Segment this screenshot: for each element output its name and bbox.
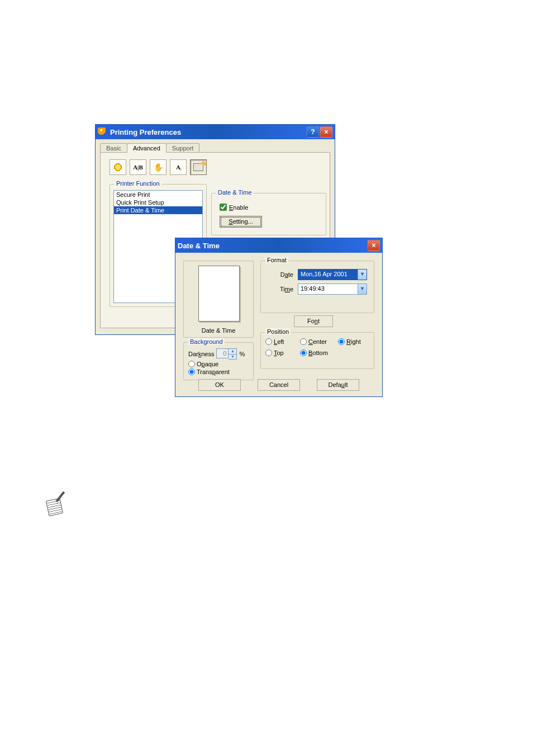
prefs-tabs: Basic Advanced Support <box>96 139 335 152</box>
date-time-group: Date & Time Enable Setting... <box>211 193 326 235</box>
help-button[interactable]: ? <box>307 126 319 138</box>
tab-advanced[interactable]: Advanced <box>127 143 166 153</box>
time-combo[interactable]: 19:49:43 ▼ <box>298 284 367 295</box>
time-label: Time <box>277 286 293 292</box>
preview-box: Date & Time <box>183 261 254 338</box>
darkness-spinner[interactable]: ▲ ▼ <box>229 348 237 360</box>
chevron-down-icon[interactable]: ▼ <box>358 284 367 294</box>
transparent-radio[interactable]: Transparent <box>188 368 230 375</box>
ok-button[interactable]: OK <box>198 379 241 391</box>
transparent-radio-input[interactable] <box>188 368 195 375</box>
darkness-label: Darkness <box>188 351 214 357</box>
dt-close-button[interactable]: × <box>368 240 380 251</box>
opaque-label: Opaque <box>197 361 218 367</box>
cancel-button[interactable]: Cancel <box>258 379 300 391</box>
format-group: Format Date Mon,16 Apr 2001 ▼ Time 19:49… <box>260 261 374 313</box>
opaque-radio[interactable]: Opaque <box>188 361 230 367</box>
chevron-up-icon[interactable]: ▲ <box>229 349 236 354</box>
tab-support[interactable]: Support <box>166 143 200 153</box>
time-value: 19:49:43 <box>298 284 358 294</box>
date-time-group-label: Date & Time <box>216 189 254 196</box>
device-options-icon[interactable] <box>190 159 207 175</box>
list-item[interactable]: Print Date & Time <box>114 206 202 214</box>
background-group: Background Darkness 0 ▲ ▼ % Opaque <box>183 342 254 380</box>
left-radio-input[interactable] <box>265 338 272 345</box>
date-label: Date <box>277 271 293 278</box>
default-button[interactable]: Default <box>317 379 359 391</box>
enable-checkbox-input[interactable] <box>220 204 227 211</box>
dt-titlebar: Date & Time × <box>175 238 382 253</box>
list-item[interactable]: Quick Print Setup <box>114 199 202 206</box>
tab-basic[interactable]: Basic <box>100 143 127 153</box>
darkness-input[interactable]: 0 <box>216 348 229 358</box>
app-icon <box>98 127 107 136</box>
left-radio[interactable]: Left <box>265 338 300 345</box>
setting-button[interactable]: Setting... <box>220 216 262 228</box>
advanced-toolbar: A|B ✋ A <box>110 159 207 175</box>
top-radio-input[interactable] <box>265 349 272 356</box>
right-radio-input[interactable] <box>338 338 345 345</box>
top-radio[interactable]: Top <box>265 349 300 356</box>
note-icon <box>46 497 68 519</box>
background-group-label: Background <box>188 338 225 345</box>
format-group-label: Format <box>265 257 288 263</box>
chevron-down-icon[interactable]: ▼ <box>358 270 367 280</box>
center-radio-input[interactable] <box>300 338 307 345</box>
date-combo[interactable]: Mon,16 Apr 2001 ▼ <box>298 269 367 280</box>
prefs-title: Printing Preferences <box>110 128 181 136</box>
transparent-label: Transparent <box>197 368 230 375</box>
preview-caption: Date & Time <box>184 327 253 334</box>
center-radio[interactable]: Center <box>300 338 338 345</box>
percent-sign: % <box>239 351 245 357</box>
enable-label: Enable <box>229 204 248 211</box>
right-radio[interactable]: Right <box>338 338 372 345</box>
bottom-radio-input[interactable] <box>300 349 307 356</box>
printer-function-label: Printer Function <box>115 180 161 187</box>
dt-title: Date & Time <box>178 242 220 250</box>
position-group: Position Left Center Right Top <box>260 332 374 369</box>
watermark-icon[interactable]: ✋ <box>150 159 166 175</box>
position-group-label: Position <box>265 328 291 335</box>
date-time-dialog: Date & Time × Date & Time Background Dar… <box>175 238 383 397</box>
list-item[interactable]: Secure Print <box>114 191 202 199</box>
print-quality-icon[interactable] <box>110 159 126 175</box>
enable-checkbox[interactable]: Enable <box>220 204 248 211</box>
dialog-buttons: OK Cancel Default <box>175 379 382 391</box>
chevron-down-icon[interactable]: ▼ <box>229 354 236 359</box>
preview-page-icon <box>198 266 240 322</box>
opaque-radio-input[interactable] <box>188 361 195 367</box>
bottom-radio[interactable]: Bottom <box>300 349 338 356</box>
date-value: Mon,16 Apr 2001 <box>298 270 358 280</box>
page-setting-icon[interactable]: A <box>170 159 187 175</box>
prefs-titlebar: Printing Preferences ? × <box>96 125 335 139</box>
font-button[interactable]: Font <box>294 315 333 327</box>
duplex-icon[interactable]: A|B <box>130 159 146 175</box>
close-button[interactable]: × <box>320 126 332 138</box>
